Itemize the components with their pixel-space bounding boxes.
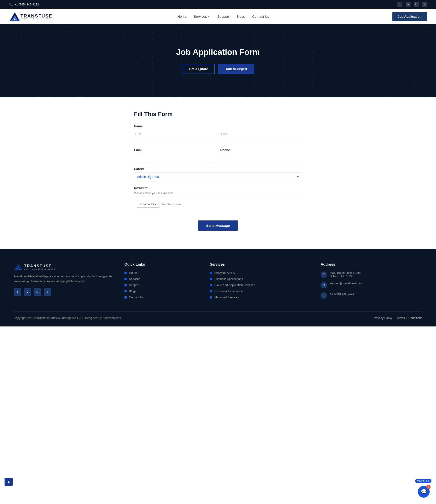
footer-linkedin-icon[interactable]: in xyxy=(34,288,41,296)
nav-support[interactable]: Support xyxy=(217,15,229,18)
footer-link-home[interactable]: Home xyxy=(124,271,201,274)
footer-service-analytics[interactable]: Analytics And AI xyxy=(210,271,312,274)
chevron-down-icon: ▼ xyxy=(208,15,210,18)
email-phone-row: Email Phone xyxy=(134,148,302,167)
footer-address: 📍 4909 Battle Lake Street Schertz TX 781… xyxy=(321,271,422,278)
career-group: Career Admin Big Data Software Engineer … xyxy=(134,167,302,181)
footer-facebook-icon[interactable]: f xyxy=(14,288,21,296)
phone-input[interactable] xyxy=(220,154,302,162)
terms-link[interactable]: Terms & Conditions xyxy=(397,316,422,320)
footer-logo-text-area: TRANSFUSE ARTIFICIAL INTELLIGENCE xyxy=(24,263,55,270)
footer-quick-links-col: Quick Links Home Services Support Blogs xyxy=(124,262,201,302)
footer-service-managed[interactable]: Managed Services xyxy=(210,296,312,299)
footer-service-business[interactable]: Business Applications xyxy=(210,277,312,281)
phone-number: +1 (945) 345-9122 xyxy=(15,3,39,6)
footer-logo: TRANSFUSE ARTIFICIAL INTELLIGENCE xyxy=(14,262,115,271)
bullet-icon xyxy=(210,278,212,280)
email-icon: ✉ xyxy=(321,282,327,288)
quick-links-title: Quick Links xyxy=(124,262,201,267)
footer-link-support[interactable]: Support xyxy=(124,283,201,287)
logo[interactable]: TRANSFUSE ARTIFICIAL INTELLIGENCE xyxy=(9,11,54,22)
phone-label: Phone xyxy=(220,148,302,152)
footer-services-list: Analytics And AI Business Applications C… xyxy=(210,271,312,299)
footer-logo-col: TRANSFUSE ARTIFICIAL INTELLIGENCE Transf… xyxy=(14,262,115,302)
phone-icon: 📞 xyxy=(321,292,327,299)
facebook-icon[interactable]: f xyxy=(397,2,402,7)
career-select-wrapper: Admin Big Data Software Engineer Data Sc… xyxy=(134,172,302,181)
name-label: Name xyxy=(134,124,302,128)
no-file-text: No file chosen xyxy=(162,203,181,206)
first-name-group xyxy=(134,130,216,138)
bullet-icon xyxy=(124,284,127,286)
footer-bottom-links: Privacy Policy Terms & Conditions xyxy=(374,316,422,320)
instagram-icon[interactable]: ● xyxy=(406,2,410,7)
logo-icon xyxy=(9,11,20,22)
nav-contact[interactable]: Contact Us xyxy=(252,15,269,18)
bullet-icon xyxy=(210,290,212,292)
email-label: Email xyxy=(134,148,216,152)
top-bar: 📞 +1 (945) 345-9122 f ● in t xyxy=(0,0,436,9)
social-icons: f ● in t xyxy=(397,2,427,7)
privacy-policy-link[interactable]: Privacy Policy xyxy=(374,316,392,320)
email-group: Email xyxy=(134,148,216,162)
bullet-icon xyxy=(210,272,212,274)
nav-blogs[interactable]: Blogs xyxy=(236,15,245,18)
top-bar-left: 📞 +1 (945) 345-9122 xyxy=(9,3,39,6)
footer-socials: f ● in t xyxy=(14,288,115,296)
linkedin-icon[interactable]: in xyxy=(414,2,419,7)
choose-file-button[interactable]: Choose File xyxy=(137,201,159,207)
twitter-icon[interactable]: t xyxy=(422,2,427,7)
form-heading: Fill This Form xyxy=(134,111,302,117)
footer-email: ✉ support@transfuseai.com xyxy=(321,281,422,288)
resume-group: Resume* Please upload your resume here C… xyxy=(134,186,302,211)
first-name-input[interactable] xyxy=(134,130,216,138)
logo-text-area: TRANSFUSE ARTIFICIAL INTELLIGENCE xyxy=(20,13,54,20)
footer-link-blogs[interactable]: Blogs xyxy=(124,289,201,293)
email-input[interactable] xyxy=(134,154,216,162)
last-name-input[interactable] xyxy=(220,130,302,138)
footer-service-cloud[interactable]: Cloud and Application Services xyxy=(210,283,312,287)
bullet-icon xyxy=(124,272,127,274)
logo-sub: ARTIFICIAL INTELLIGENCE xyxy=(20,18,54,20)
footer-phone: 📞 +1 (945) 345-9122 xyxy=(321,292,422,299)
footer-instagram-icon[interactable]: ● xyxy=(24,288,31,296)
services-title: Services xyxy=(210,262,312,267)
hero-buttons: Get a Quote Talk to expert xyxy=(182,64,254,74)
footer: TRANSFUSE ARTIFICIAL INTELLIGENCE Transf… xyxy=(0,249,436,326)
footer-service-customer[interactable]: Customer Experience xyxy=(210,289,312,293)
talk-to-expert-button[interactable]: Talk to expert xyxy=(218,64,254,74)
footer-top: TRANSFUSE ARTIFICIAL INTELLIGENCE Transf… xyxy=(14,262,422,302)
hero-background: [01100}(}]}[|(]|){)})]11(1[}(0]0}]][))[1… xyxy=(0,24,436,97)
phone-icon: 📞 xyxy=(9,3,13,6)
nav-services[interactable]: Services ▼ xyxy=(194,15,210,18)
career-select[interactable]: Admin Big Data Software Engineer Data Sc… xyxy=(134,172,302,181)
footer-bottom: Copyright ©2022 Transfuse Artificial Int… xyxy=(14,312,422,320)
location-icon: 📍 xyxy=(321,271,327,278)
nav-links: Home Services ▼ Support Blogs Contact Us xyxy=(177,15,269,18)
footer-link-contact[interactable]: Contact Us xyxy=(124,296,201,299)
bullet-icon xyxy=(124,296,127,298)
footer-link-services[interactable]: Services xyxy=(124,277,201,281)
copyright-text: Copyright ©2022 Transfuse Artificial Int… xyxy=(14,316,121,320)
send-message-button[interactable]: Send Message xyxy=(198,220,238,231)
job-application-button[interactable]: Job Application xyxy=(392,12,427,21)
resume-note: Please upload your resume here xyxy=(134,192,302,195)
footer-services-col: Services Analytics And AI Business Appli… xyxy=(210,262,312,302)
bullet-icon xyxy=(210,284,212,286)
job-application-form: Name Email Phone Career xyxy=(134,124,302,231)
footer-description: Transfuse Artificial Intelligence is on … xyxy=(14,274,115,284)
nav-home[interactable]: Home xyxy=(177,15,186,18)
last-name-group xyxy=(220,130,302,138)
footer-address-col: Address 📍 4909 Battle Lake Street Schert… xyxy=(321,262,422,302)
phone-group: Phone xyxy=(220,148,302,162)
resume-label: Resume* xyxy=(134,186,302,190)
bullet-icon xyxy=(210,296,212,298)
bullet-icon xyxy=(124,278,127,280)
address-title: Address xyxy=(321,262,422,267)
career-label: Career xyxy=(134,167,302,171)
address-text: 4909 Battle Lake Street Schertz TX 78108 xyxy=(330,271,361,278)
footer-twitter-icon[interactable]: t xyxy=(44,288,51,296)
get-quote-button[interactable]: Get a Quote xyxy=(182,64,215,74)
name-group: Name xyxy=(134,124,302,143)
name-row xyxy=(134,130,302,143)
